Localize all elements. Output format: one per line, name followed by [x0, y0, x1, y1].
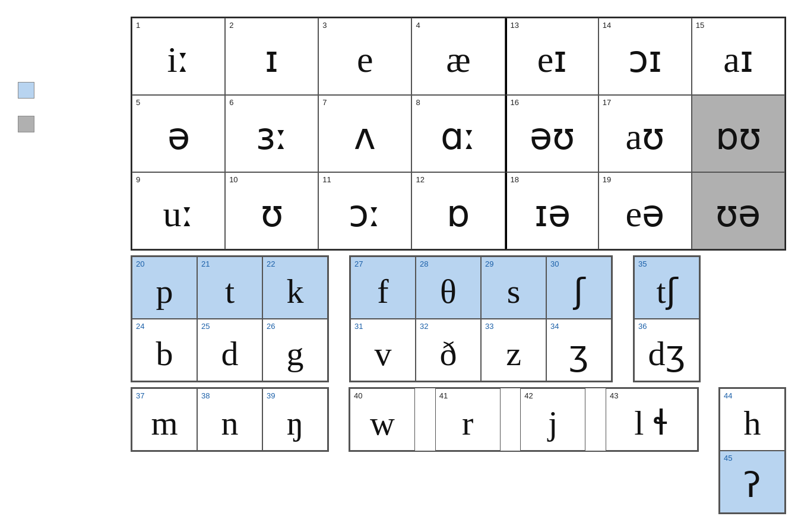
vowel-cell-4: 4æ — [411, 18, 505, 95]
vowel-cell-16: 16əʊ — [505, 95, 598, 172]
nasals-group: 37m38n39ŋ — [131, 387, 329, 452]
affricates-group: 35tʃ36dʒ — [633, 255, 701, 382]
consonant-cell-32: 32ð — [416, 319, 481, 381]
vowel-cell-18: 18ɪə — [505, 172, 598, 249]
consonant-row-2: 37m38n39ŋ 40w41r42j43l ɬ 44h45ʔ — [131, 387, 786, 514]
consonant-area: 20p21t22k24b25d26g 27f28θ29s30ʃ31v32ð33z… — [131, 255, 786, 514]
consonant-cell-44: 44h — [720, 388, 785, 451]
vowel-cell-1: 1iː — [132, 18, 225, 95]
voiceless-box — [18, 82, 34, 99]
vowel-cell-14: 14ɔɪ — [598, 18, 692, 95]
consonant-cell-33: 33z — [481, 319, 546, 381]
vowel-cell-10: 10ʊ — [225, 172, 318, 249]
vowel-cell-2: 2ɪ — [225, 18, 318, 95]
vowel-cell-15: 15aɪ — [692, 18, 785, 95]
consonant-cell-34: 34ʒ — [546, 319, 612, 381]
vowel-cell-19: 19eə — [598, 172, 692, 249]
vowel-cell-gray: ɒʊ — [692, 95, 785, 172]
consonant-cell-27: 27f — [350, 256, 416, 319]
plosives-group: 20p21t22k24b25d26g — [131, 255, 329, 382]
vowel-cell-17: 17aʊ — [598, 95, 692, 172]
consonant-cell-37: 37m — [132, 388, 197, 451]
voiceless-legend — [18, 82, 125, 99]
consonant-cell-20: 20p — [132, 256, 197, 319]
consonant-cell-29: 29s — [481, 256, 546, 319]
consonant-cell-38: 38n — [197, 388, 262, 451]
consonant-cell-45: 45ʔ — [720, 451, 785, 513]
consonant-cell-40: 40w — [350, 388, 415, 451]
vowel-cell-5: 5ə — [132, 95, 225, 172]
page-title — [0, 0, 798, 17]
consonant-cell-25: 25d — [197, 319, 262, 381]
vowel-cell-9: 9uː — [132, 172, 225, 249]
glottal-group: 44h45ʔ — [718, 387, 786, 514]
consonant-cell-24: 24b — [132, 319, 197, 381]
vowel-cell-13: 13eɪ — [505, 18, 598, 95]
consonant-cell-36: 36dʒ — [634, 319, 699, 381]
consonant-cell-26: 26g — [262, 319, 328, 381]
chart-area: 1iː2ɪ3e4æ13eɪ14ɔɪ15aɪ5ə6ɜː7ʌ8ɑː16əʊ17aʊɒ… — [131, 17, 786, 514]
approximants-group: 40w41r42j43l ɬ — [349, 387, 699, 452]
vowel-cell-gray: ʊə — [692, 172, 785, 249]
fricatives-group: 27f28θ29s30ʃ31v32ð33z34ʒ — [349, 255, 613, 382]
consonant-cell-42: 42j — [520, 388, 585, 451]
consonant-cell-35: 35tʃ — [634, 256, 699, 319]
vowel-cell-12: 12ɒ — [411, 172, 505, 249]
consonant-cell-31: 31v — [350, 319, 416, 381]
vowel-cell-3: 3e — [318, 18, 411, 95]
legend-panel — [12, 17, 131, 514]
consonant-row-1: 20p21t22k24b25d26g 27f28θ29s30ʃ31v32ð33z… — [131, 255, 786, 382]
consonant-cell-21: 21t — [197, 256, 262, 319]
regional-box — [18, 116, 34, 132]
vowel-cell-6: 6ɜː — [225, 95, 318, 172]
vowel-cell-7: 7ʌ — [318, 95, 411, 172]
consonant-cell-28: 28θ — [416, 256, 481, 319]
consonant-cell-39: 39ŋ — [262, 388, 328, 451]
vowel-cell-8: 8ɑː — [411, 95, 505, 172]
consonant-cell-22: 22k — [262, 256, 328, 319]
vowel-cell-11: 11ɔː — [318, 172, 411, 249]
regional-legend — [18, 116, 125, 132]
consonant-cell-43: 43l ɬ — [606, 388, 698, 451]
consonant-cell-30: 30ʃ — [546, 256, 612, 319]
vowel-grid: 1iː2ɪ3e4æ13eɪ14ɔɪ15aɪ5ə6ɜː7ʌ8ɑː16əʊ17aʊɒ… — [131, 17, 786, 251]
consonant-cell-41: 41r — [435, 388, 501, 451]
